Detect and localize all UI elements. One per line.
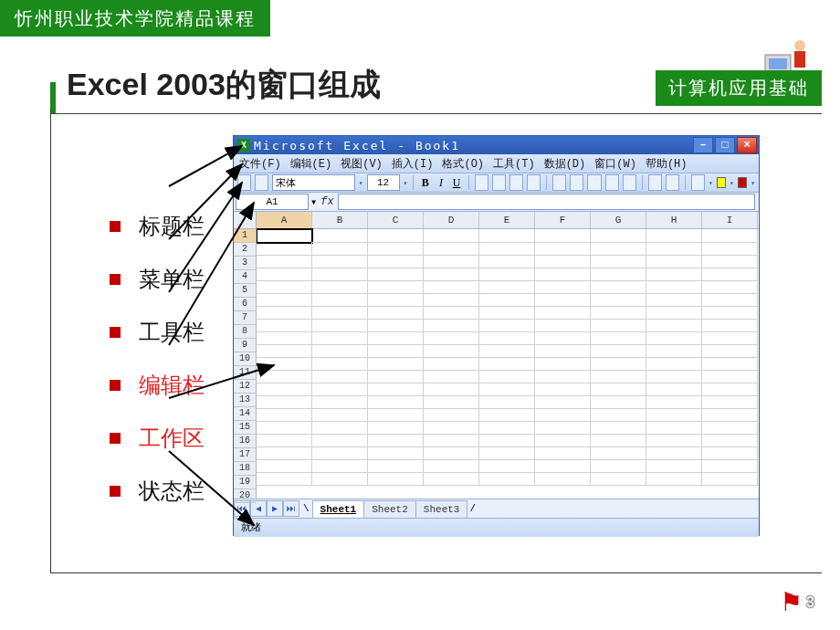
cell[interactable] <box>479 229 535 243</box>
cell[interactable] <box>368 446 424 460</box>
cell[interactable] <box>646 306 702 320</box>
cell[interactable] <box>424 268 479 281</box>
cell[interactable] <box>479 293 535 307</box>
fx-icon[interactable]: fx <box>320 195 333 208</box>
row-header[interactable]: 16 <box>234 435 256 448</box>
cell[interactable] <box>591 293 646 307</box>
cell[interactable] <box>312 331 368 345</box>
cell[interactable] <box>702 408 758 422</box>
cell[interactable] <box>312 255 368 268</box>
font-name-combo[interactable]: 宋体 <box>272 174 354 191</box>
cell[interactable] <box>535 229 591 243</box>
cell[interactable] <box>312 383 368 396</box>
cell[interactable] <box>257 395 312 409</box>
cell[interactable] <box>368 280 424 294</box>
cell[interactable] <box>312 344 368 358</box>
cell[interactable] <box>535 255 591 268</box>
menu-window[interactable]: 窗口(W) <box>594 156 636 172</box>
sheet-tab[interactable]: Sheet1 <box>312 500 365 518</box>
menu-file[interactable]: 文件(F) <box>239 156 281 172</box>
row-header[interactable]: 14 <box>234 407 256 421</box>
cell[interactable] <box>591 408 646 422</box>
column-header[interactable]: H <box>646 212 702 228</box>
cell[interactable] <box>368 421 424 435</box>
cell[interactable] <box>257 268 312 281</box>
increase-decimal-button[interactable] <box>605 174 619 191</box>
cell[interactable] <box>368 331 424 345</box>
cell[interactable] <box>257 306 312 320</box>
cell[interactable] <box>591 446 646 460</box>
cell[interactable] <box>646 319 702 332</box>
cell[interactable] <box>535 421 591 435</box>
menu-edit[interactable]: 编辑(E) <box>290 156 332 172</box>
cell[interactable] <box>535 242 591 256</box>
merge-cells-button[interactable] <box>527 174 541 191</box>
cell[interactable] <box>702 446 758 460</box>
cell[interactable] <box>591 370 646 383</box>
cell[interactable] <box>646 357 702 371</box>
font-size-combo[interactable]: 12 <box>367 174 400 191</box>
row-header[interactable]: 15 <box>234 421 256 435</box>
cell[interactable] <box>257 434 312 447</box>
cell[interactable] <box>257 446 312 460</box>
cell[interactable] <box>257 383 312 396</box>
cell[interactable] <box>479 344 535 358</box>
column-header[interactable]: F <box>535 212 591 228</box>
cell[interactable] <box>424 344 479 358</box>
cell[interactable] <box>368 472 424 486</box>
align-right-button[interactable] <box>509 174 523 191</box>
cell[interactable] <box>368 255 424 268</box>
cell[interactable] <box>591 331 646 345</box>
menu-view[interactable]: 视图(V) <box>341 156 383 172</box>
cells-grid[interactable] <box>257 229 759 485</box>
cell[interactable] <box>646 268 702 281</box>
cell[interactable] <box>312 229 368 243</box>
cell[interactable] <box>479 255 535 268</box>
cell[interactable] <box>479 319 535 332</box>
cell[interactable] <box>424 319 479 332</box>
cell[interactable] <box>591 229 646 243</box>
cell[interactable] <box>702 421 758 435</box>
cell[interactable] <box>257 421 312 435</box>
cell[interactable] <box>424 472 479 486</box>
cell[interactable] <box>368 268 424 281</box>
cell[interactable] <box>702 229 758 243</box>
cell[interactable] <box>424 357 479 371</box>
cell[interactable] <box>535 268 591 281</box>
row-header[interactable]: 2 <box>234 243 256 257</box>
cell[interactable] <box>535 344 591 358</box>
cell[interactable] <box>591 357 646 371</box>
cell[interactable] <box>424 293 479 307</box>
cell[interactable] <box>312 370 368 383</box>
increase-indent-button[interactable] <box>666 174 679 191</box>
column-header[interactable]: A <box>257 212 312 228</box>
cell[interactable] <box>312 268 368 281</box>
cell[interactable] <box>424 331 479 345</box>
cell[interactable] <box>479 446 535 460</box>
cell[interactable] <box>535 408 591 422</box>
column-header[interactable]: G <box>591 212 646 228</box>
cell[interactable] <box>591 344 646 358</box>
cell[interactable] <box>591 472 646 486</box>
cell[interactable] <box>646 472 702 486</box>
cell[interactable] <box>479 280 535 294</box>
align-left-button[interactable] <box>475 174 488 191</box>
cell[interactable] <box>702 434 758 447</box>
cell[interactable] <box>479 434 535 447</box>
row-header[interactable]: 4 <box>234 270 256 284</box>
cell[interactable] <box>702 242 758 256</box>
cell[interactable] <box>368 242 424 256</box>
cell[interactable] <box>479 242 535 256</box>
cell[interactable] <box>702 280 758 294</box>
cell[interactable] <box>312 280 368 294</box>
cell[interactable] <box>535 306 591 320</box>
cell[interactable] <box>702 357 758 371</box>
row-header[interactable]: 12 <box>234 380 256 394</box>
cell[interactable] <box>368 459 424 473</box>
sheet-nav-next[interactable]: ▶ <box>267 500 283 517</box>
row-header[interactable]: 10 <box>234 352 256 366</box>
cell[interactable] <box>702 383 758 396</box>
select-all-corner[interactable] <box>234 212 256 229</box>
sheet-tab[interactable]: Sheet3 <box>415 500 468 518</box>
cell[interactable] <box>702 344 758 358</box>
